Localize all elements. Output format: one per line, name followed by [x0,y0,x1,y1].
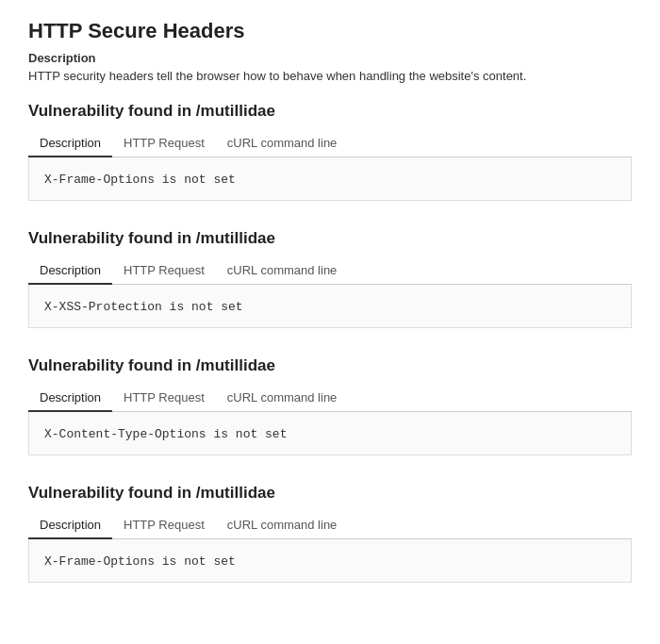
vulnerability-section-1: Vulnerability found in /mutillidaeDescri… [28,102,632,201]
tab-2-3[interactable]: cURL command line [216,257,349,285]
tab-4-1[interactable]: Description [28,512,112,539]
tab-2-1[interactable]: Description [28,257,112,285]
content-text-2: X-XSS-Protection is not set [44,300,243,314]
tabs-4: DescriptionHTTP RequestcURL command line [28,512,632,539]
content-box-1: X-Frame-Options is not set [28,157,632,201]
tab-2-2[interactable]: HTTP Request [112,257,216,285]
tab-1-1[interactable]: Description [28,130,112,157]
content-box-4: X-Frame-Options is not set [28,539,632,583]
vulnerability-title-4: Vulnerability found in /mutillidae [28,484,632,503]
tab-1-2[interactable]: HTTP Request [112,130,216,157]
page-title: HTTP Secure Headers [28,19,632,43]
vulnerability-section-2: Vulnerability found in /mutillidaeDescri… [28,229,632,328]
vulnerability-title-3: Vulnerability found in /mutillidae [28,356,632,375]
content-text-1: X-Frame-Options is not set [44,173,236,187]
vulnerability-title-2: Vulnerability found in /mutillidae [28,229,632,248]
tabs-1: DescriptionHTTP RequestcURL command line [28,130,632,157]
tab-3-3[interactable]: cURL command line [216,385,349,412]
description-label: Description [28,51,632,65]
tabs-2: DescriptionHTTP RequestcURL command line [28,257,632,285]
tabs-3: DescriptionHTTP RequestcURL command line [28,385,632,412]
vulnerability-section-4: Vulnerability found in /mutillidaeDescri… [28,484,632,583]
tab-3-2[interactable]: HTTP Request [112,385,216,412]
tab-4-3[interactable]: cURL command line [216,512,349,539]
vulnerability-section-3: Vulnerability found in /mutillidaeDescri… [28,356,632,455]
content-box-2: X-XSS-Protection is not set [28,285,632,328]
description-text: HTTP security headers tell the browser h… [28,69,632,83]
content-text-4: X-Frame-Options is not set [44,554,236,569]
tab-4-2[interactable]: HTTP Request [112,512,216,539]
content-text-3: X-Content-Type-Options is not set [44,427,287,441]
tab-1-3[interactable]: cURL command line [216,130,349,157]
tab-3-1[interactable]: Description [28,385,112,412]
content-box-3: X-Content-Type-Options is not set [28,412,632,455]
vulnerability-title-1: Vulnerability found in /mutillidae [28,102,632,121]
